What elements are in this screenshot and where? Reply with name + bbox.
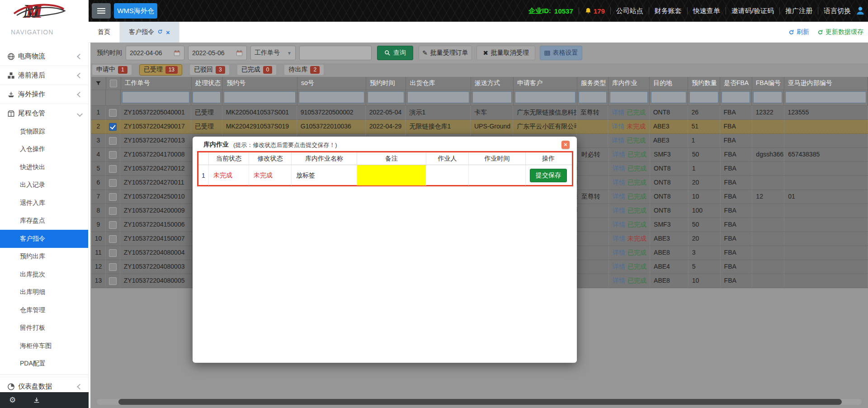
- notifications[interactable]: 179: [585, 7, 605, 15]
- topbar-menu-item[interactable]: 财务账套: [655, 7, 682, 15]
- detail-link[interactable]: 详情: [612, 137, 624, 144]
- table-settings-button[interactable]: 表格设置: [540, 46, 582, 60]
- detail-link[interactable]: 详情: [613, 207, 625, 214]
- sidebar-item-快进快出[interactable]: 快进快出: [0, 158, 88, 176]
- funnel-icon[interactable]: [95, 81, 101, 86]
- sidebar-item-客户指令[interactable]: 客户指令: [0, 230, 88, 248]
- column-header-亚马逊内部编号[interactable]: 亚马逊内部编号: [784, 77, 868, 90]
- refresh-link[interactable]: 刷新: [788, 28, 809, 36]
- column-filter-input[interactable]: [722, 91, 750, 103]
- column-header-预约数量[interactable]: 预约数量: [688, 77, 720, 90]
- column-filter-input[interactable]: [472, 91, 512, 103]
- sidebar-item-仓库管理[interactable]: 仓库管理: [0, 301, 88, 319]
- status-tab-已受理[interactable]: 已受理13: [139, 64, 182, 76]
- search-type-select[interactable]: 工作单号▼: [250, 46, 296, 60]
- column-header-预约号[interactable]: 预约号: [223, 77, 297, 90]
- horizontal-scrollbar-thumb[interactable]: [118, 399, 842, 405]
- detail-link[interactable]: 详情: [612, 123, 624, 130]
- column-filter-input[interactable]: [224, 91, 295, 103]
- column-filter-input[interactable]: [368, 91, 405, 103]
- column-filter-input[interactable]: [299, 91, 364, 103]
- row-checkbox[interactable]: [109, 263, 117, 271]
- sidebar-item-留件打板[interactable]: 留件打板: [0, 319, 88, 337]
- row-checkbox[interactable]: [109, 179, 117, 187]
- column-header-派送方式[interactable]: 派送方式: [471, 77, 514, 90]
- column-header-目的地[interactable]: 目的地: [650, 77, 688, 90]
- column-header-服务类型[interactable]: 服务类型: [577, 77, 609, 90]
- row-checkbox[interactable]: [109, 151, 117, 159]
- sidebar-item-货物跟踪[interactable]: 货物跟踪: [0, 123, 88, 141]
- sidebar-item-库存盘点[interactable]: 库存盘点: [0, 212, 88, 230]
- column-header-处理状态[interactable]: 处理状态: [192, 77, 223, 90]
- topbar-menu-item[interactable]: 推广注册: [785, 7, 812, 15]
- sidebar-item-出入记录[interactable]: 出入记录: [0, 176, 88, 195]
- batch-cancel-button[interactable]: ✖ 批量取消受理: [476, 46, 535, 60]
- tab-首页[interactable]: 首页: [89, 22, 120, 43]
- sidebar-group-尾程仓管[interactable]: 尾程仓管: [0, 104, 88, 123]
- row-checkbox[interactable]: [109, 123, 117, 131]
- row-checkbox[interactable]: [109, 221, 117, 229]
- modal-close-icon[interactable]: ×: [561, 141, 570, 149]
- status-tab-待出库[interactable]: 待出库2: [284, 64, 324, 76]
- column-header-工作单号[interactable]: 工作单号: [121, 77, 192, 90]
- detail-link[interactable]: 详情: [613, 221, 625, 228]
- detail-link[interactable]: 详情: [613, 151, 625, 158]
- sidebar-item-出库明细[interactable]: 出库明细: [0, 284, 88, 302]
- sidebar-group-电商物流[interactable]: 电商物流: [0, 47, 88, 66]
- column-filter-input[interactable]: [651, 91, 686, 103]
- status-tab-已驳回[interactable]: 已驳回3: [189, 64, 230, 76]
- sidebar-toggle-button[interactable]: [92, 3, 111, 19]
- date-to-input[interactable]: 2022-05-06: [188, 46, 247, 60]
- column-header-库内作业[interactable]: 库内作业: [609, 77, 650, 90]
- batch-accept-button[interactable]: ✎ 批量受理订单: [419, 46, 472, 60]
- detail-link[interactable]: 详情: [613, 179, 625, 186]
- row-checkbox[interactable]: [109, 277, 117, 285]
- column-filter-input[interactable]: [610, 91, 648, 103]
- user-avatar-icon[interactable]: [855, 5, 865, 16]
- topbar-menu-item[interactable]: 快速查单: [693, 7, 720, 15]
- column-filter-input[interactable]: [579, 91, 607, 103]
- modified-status-cell[interactable]: 未完成: [249, 165, 292, 185]
- row-checkbox[interactable]: [109, 165, 117, 173]
- column-header-申请客户[interactable]: 申请客户: [514, 77, 577, 90]
- row-checkbox[interactable]: [109, 235, 117, 243]
- download-icon[interactable]: [33, 397, 40, 404]
- submit-save-button[interactable]: 提交保存: [530, 169, 567, 182]
- sidebar-item-预约出库[interactable]: 预约出库: [0, 248, 88, 266]
- select-all-checkbox[interactable]: [110, 80, 117, 87]
- settings-gear-icon[interactable]: ⚙: [9, 395, 16, 405]
- column-header-预约时间[interactable]: 预约时间: [366, 77, 406, 90]
- date-from-input[interactable]: 2022-04-06: [126, 46, 184, 60]
- sidebar-item-PDA配置[interactable]: PDA配置: [0, 355, 88, 373]
- detail-link[interactable]: 详情: [613, 193, 625, 200]
- status-tab-申请中[interactable]: 申请中1: [92, 64, 132, 76]
- detail-link[interactable]: 详情: [613, 249, 625, 256]
- column-header-FBA编号[interactable]: FBA编号: [752, 77, 784, 90]
- sidebar-item-出库批次[interactable]: 出库批次: [0, 266, 88, 284]
- tab-close-icon[interactable]: ×: [166, 29, 170, 36]
- detail-link[interactable]: 详情: [612, 109, 624, 116]
- topbar-menu-item[interactable]: 语言切换: [824, 7, 851, 15]
- row-checkbox[interactable]: [109, 193, 117, 201]
- column-header-so号[interactable]: so号: [297, 77, 366, 90]
- column-filter-input[interactable]: [515, 91, 576, 103]
- tab-客户指令[interactable]: 客户指令×: [120, 22, 179, 43]
- remark-cell[interactable]: [357, 165, 426, 185]
- column-filter-input[interactable]: [689, 91, 718, 103]
- column-header-是否FBA[interactable]: 是否FBA: [720, 77, 752, 90]
- sidebar-item-退件入库[interactable]: 退件入库: [0, 194, 88, 212]
- topbar-menu-item[interactable]: 公司站点: [616, 7, 643, 15]
- column-filter-input[interactable]: [753, 91, 782, 103]
- row-checkbox[interactable]: [109, 109, 117, 117]
- detail-link[interactable]: 详情: [613, 277, 625, 284]
- column-filter-input[interactable]: [407, 91, 469, 103]
- update-cache-link[interactable]: 更新数据缓存: [817, 28, 863, 36]
- column-filter-input[interactable]: [122, 91, 190, 103]
- column-filter-input[interactable]: [785, 91, 866, 103]
- sidebar-group-港前港后[interactable]: 港前港后: [0, 66, 88, 85]
- column-filter-input[interactable]: [193, 91, 221, 103]
- row-checkbox[interactable]: [109, 137, 117, 145]
- search-value-input[interactable]: [299, 46, 372, 60]
- wms-overseas-tab[interactable]: WMS海外仓: [114, 3, 157, 19]
- column-header-出货仓库[interactable]: 出货仓库: [406, 77, 471, 90]
